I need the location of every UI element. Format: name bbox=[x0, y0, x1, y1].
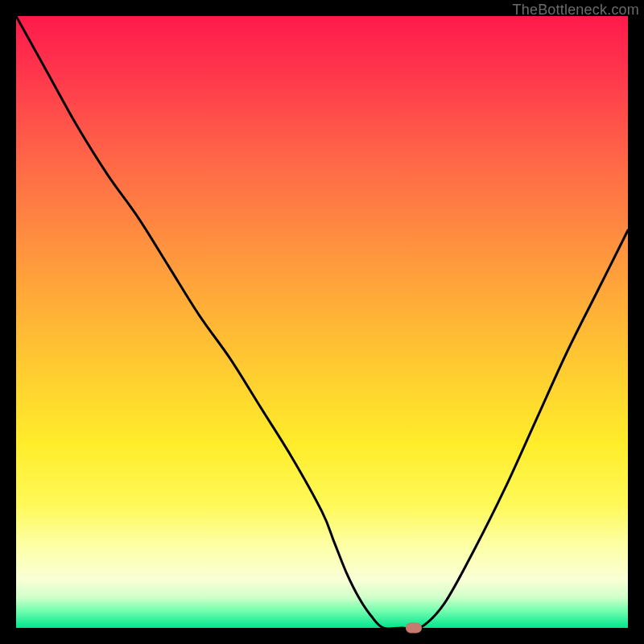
watermark-text: TheBottleneck.com bbox=[513, 2, 639, 19]
chart-frame: TheBottleneck.com bbox=[0, 0, 644, 644]
bottleneck-curve bbox=[16, 16, 628, 628]
optimum-marker bbox=[406, 623, 422, 634]
curve-path bbox=[16, 16, 628, 630]
plot-area bbox=[16, 16, 628, 628]
